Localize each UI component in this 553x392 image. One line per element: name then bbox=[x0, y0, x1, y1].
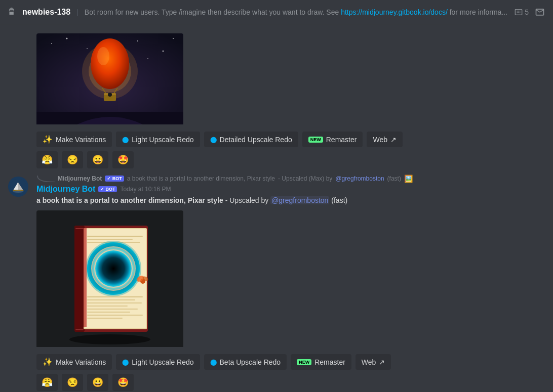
avatar-sailboat bbox=[8, 177, 28, 197]
emoji-heart-eyes-2[interactable]: 🤩 bbox=[112, 374, 134, 391]
emoji-angry-1[interactable]: 😤 bbox=[36, 151, 58, 168]
svg-point-18 bbox=[108, 93, 112, 97]
msg2-timestamp: Today at 10:16 PM bbox=[120, 186, 171, 193]
svg-rect-49 bbox=[84, 228, 87, 327]
message-row-1: ✨ Make Variations ⬤ Light Upscale Redo ⬤… bbox=[0, 28, 553, 169]
web-label-2: Web bbox=[362, 358, 376, 366]
remaster-btn-2[interactable]: NEW Remaster bbox=[291, 354, 351, 370]
sparkles-icon-2: ✨ bbox=[43, 357, 53, 367]
msg2-content: Midjourney Bot ✓ BOT a book that is a po… bbox=[36, 175, 553, 391]
svg-point-24 bbox=[69, 334, 150, 344]
external-link-icon-1: ↗ bbox=[390, 136, 397, 144]
msg2-text: a book that is a portal to another dimen… bbox=[36, 196, 553, 205]
msg1-button-row: ✨ Make Variations ⬤ Light Upscale Redo ⬤… bbox=[36, 132, 553, 147]
msg2-text-suffix: - Upscaled by bbox=[225, 196, 270, 204]
circle-icon-2: ⬤ bbox=[210, 136, 217, 143]
reply-bot-tag: ✓ BOT bbox=[105, 176, 124, 182]
svg-point-4 bbox=[137, 40, 138, 41]
channel-icon bbox=[8, 7, 18, 17]
beta-upscale-redo-btn[interactable]: ⬤ Beta Upscale Redo bbox=[204, 354, 287, 370]
sparkles-icon-1: ✨ bbox=[43, 135, 53, 144]
msg2-mention[interactable]: @gregfromboston bbox=[270, 196, 329, 204]
svg-rect-32 bbox=[87, 296, 143, 297]
circle-icon-4: ⬤ bbox=[210, 359, 217, 366]
svg-rect-50 bbox=[75, 228, 84, 229]
web-btn-1[interactable]: Web ↗ bbox=[367, 132, 403, 147]
svg-rect-37 bbox=[87, 312, 130, 313]
svg-rect-29 bbox=[87, 236, 143, 237]
remaster-label-2: Remaster bbox=[314, 358, 345, 366]
emoji-grin-2[interactable]: 😀 bbox=[87, 374, 108, 391]
reply-ref-user: @gregfromboston bbox=[335, 175, 384, 182]
msg2-text-bold: a book that is a portal to another dimen… bbox=[36, 196, 223, 204]
msg2-emoji-row: 😤 😒 😀 🤩 bbox=[36, 374, 553, 391]
reply-reference: Midjourney Bot ✓ BOT a book that is a po… bbox=[36, 175, 553, 183]
svg-rect-51 bbox=[75, 329, 84, 330]
emoji-angry-2[interactable]: 😤 bbox=[36, 374, 58, 391]
svg-rect-33 bbox=[87, 299, 135, 300]
svg-rect-38 bbox=[87, 315, 143, 316]
message-row-2: Midjourney Bot ✓ BOT a book that is a po… bbox=[0, 173, 553, 392]
reply-ref-detail: - Upscaled (Max) by bbox=[278, 175, 332, 182]
member-count-value: 5 bbox=[525, 8, 529, 16]
svg-point-22 bbox=[13, 190, 24, 193]
msg2-button-row: ✨ Make Variations ⬤ Light Upscale Redo ⬤… bbox=[36, 354, 553, 370]
web-label-1: Web bbox=[373, 136, 387, 144]
svg-rect-36 bbox=[87, 309, 138, 310]
new-badge-1: NEW bbox=[308, 137, 323, 143]
light-upscale-redo-btn-2[interactable]: ⬤ Light Upscale Redo bbox=[116, 354, 200, 370]
light-upscale-redo-btn-1[interactable]: ⬤ Light Upscale Redo bbox=[116, 132, 200, 147]
external-link-icon-2: ↗ bbox=[379, 358, 385, 366]
svg-point-3 bbox=[87, 48, 88, 49]
msg2-image[interactable] bbox=[36, 210, 183, 349]
new-badge-2: NEW bbox=[297, 359, 311, 365]
remaster-btn-1[interactable]: NEW Remaster bbox=[302, 132, 363, 147]
channel-name: newbies-138 bbox=[22, 8, 70, 17]
reply-image-icon: 🖼️ bbox=[404, 175, 413, 183]
beta-upscale-redo-label: Beta Upscale Redo bbox=[220, 358, 281, 366]
make-variations-btn-2[interactable]: ✨ Make Variations bbox=[36, 354, 112, 370]
topbar-divider: | bbox=[76, 8, 78, 16]
svg-point-6 bbox=[173, 38, 174, 39]
top-bar: newbies-138 | Bot room for new users. Ty… bbox=[0, 0, 553, 24]
emoji-heart-eyes-1[interactable]: 🤩 bbox=[112, 151, 134, 168]
inbox-icon[interactable] bbox=[535, 7, 545, 17]
svg-rect-39 bbox=[87, 318, 123, 319]
svg-point-12 bbox=[91, 38, 129, 89]
svg-rect-35 bbox=[87, 306, 128, 307]
make-variations-btn-1[interactable]: ✨ Make Variations bbox=[36, 132, 112, 147]
light-upscale-redo-label-1: Light Upscale Redo bbox=[132, 136, 193, 144]
emoji-grin-1[interactable]: 😀 bbox=[87, 151, 108, 168]
msg1-avatar-col bbox=[0, 29, 36, 168]
emoji-smirk-2[interactable]: 😒 bbox=[62, 374, 83, 391]
make-variations-label-1: Make Variations bbox=[56, 136, 106, 144]
topbar-description: Bot room for new users. Type /imagine th… bbox=[85, 8, 510, 16]
svg-point-1 bbox=[51, 43, 52, 44]
reply-curve-icon bbox=[36, 175, 55, 182]
msg2-bot-tag: ✓ BOT bbox=[98, 186, 117, 192]
svg-point-5 bbox=[163, 51, 164, 52]
topbar-right: 5 bbox=[515, 7, 545, 17]
light-upscale-redo-label-2: Light Upscale Redo bbox=[132, 358, 193, 366]
detailed-upscale-redo-btn-1[interactable]: ⬤ Detailed Upscale Redo bbox=[204, 132, 298, 147]
detailed-upscale-redo-label-1: Detailed Upscale Redo bbox=[220, 136, 292, 144]
circle-icon-3: ⬤ bbox=[122, 359, 129, 366]
emoji-smirk-1[interactable]: 😒 bbox=[62, 151, 83, 168]
web-btn-2[interactable]: Web ↗ bbox=[356, 354, 391, 370]
svg-point-45 bbox=[87, 242, 140, 295]
msg2-username[interactable]: Midjourney Bot bbox=[36, 185, 95, 194]
circle-icon-1: ⬤ bbox=[122, 136, 129, 143]
msg2-avatar-col bbox=[0, 175, 36, 391]
docs-link[interactable]: https://midjourney.gitbook.io/docs/ bbox=[341, 8, 448, 16]
remaster-label-1: Remaster bbox=[326, 136, 357, 144]
reply-ref-text: a book that is a portal to another dimen… bbox=[127, 175, 275, 182]
svg-rect-26 bbox=[74, 226, 85, 332]
make-variations-label-2: Make Variations bbox=[56, 358, 106, 366]
msg2-speed: (fast) bbox=[331, 196, 347, 204]
reply-ref-speed: (fast) bbox=[387, 175, 401, 182]
svg-point-13 bbox=[97, 47, 109, 65]
msg1-image[interactable] bbox=[36, 33, 183, 126]
member-count: 5 bbox=[515, 8, 529, 16]
svg-point-2 bbox=[66, 38, 68, 39]
msg1-content: ✨ Make Variations ⬤ Light Upscale Redo ⬤… bbox=[36, 29, 553, 168]
